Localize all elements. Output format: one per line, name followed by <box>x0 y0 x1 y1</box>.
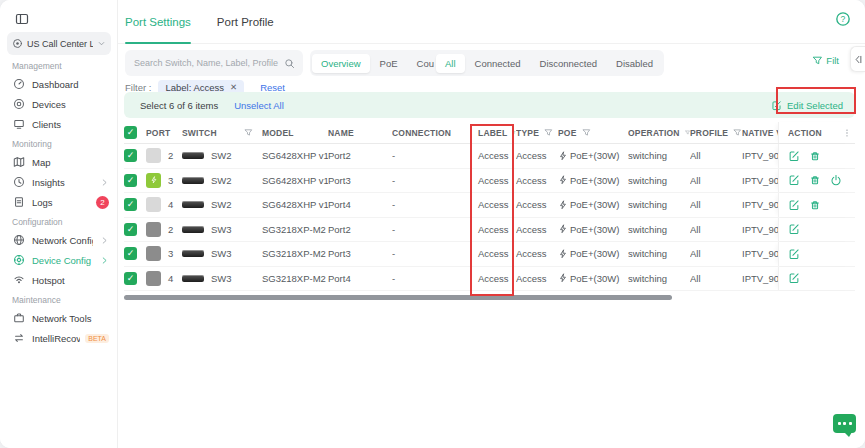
horizontal-scrollbar[interactable] <box>124 295 672 300</box>
search-input[interactable] <box>125 58 284 68</box>
segment-connected[interactable]: Connected <box>466 54 530 73</box>
poe-filter-icon[interactable] <box>582 128 591 137</box>
profile-filter-icon[interactable] <box>733 128 742 137</box>
row-checkbox[interactable] <box>124 247 137 260</box>
sidebar-item-hotspot[interactable]: Hotspot <box>0 270 117 290</box>
table-row: 2 SW2 SG6428XHP v1.0 Port2 - Access Acce… <box>124 144 855 169</box>
col-type: TYPE <box>516 128 558 138</box>
sidebar-section-label: Monitoring <box>0 136 117 152</box>
poe-bolt-icon <box>558 224 568 234</box>
unselect-all-link[interactable]: Unselect All <box>234 100 284 111</box>
tab-port-profile[interactable]: Port Profile <box>217 0 274 44</box>
col-action: ACTION <box>778 122 855 143</box>
edit-action-icon[interactable] <box>788 223 800 235</box>
select-all-checkbox[interactable] <box>124 126 137 139</box>
row-checkbox[interactable] <box>124 149 137 162</box>
poe-bolt-icon <box>558 200 568 210</box>
edit-action-icon[interactable] <box>788 199 800 211</box>
column-settings-icon[interactable] <box>842 128 852 138</box>
tab-port-settings[interactable]: Port Settings <box>125 0 191 44</box>
trash-action-icon[interactable] <box>809 150 821 162</box>
switch-device-icon <box>182 177 204 184</box>
table-row: 4 SW2 SG6428XHP v1.0 Port4 - Access Acce… <box>124 193 855 218</box>
devices-icon <box>13 98 25 110</box>
table-row: 3 SW3 SG3218XP-M2 v1.0 Port3 - Access Ac… <box>124 242 855 267</box>
sidebar-item-insights[interactable]: Insights <box>0 172 117 192</box>
help-icon[interactable]: ? <box>835 11 851 27</box>
segment-disconnected[interactable]: Disconnected <box>531 54 607 73</box>
port-status-square <box>146 197 161 212</box>
sidebar-item-device-config[interactable]: Device Config <box>0 250 117 270</box>
site-name: US Call Center La... <box>27 39 93 49</box>
edit-icon <box>771 100 782 111</box>
sidebar-collapse-icon[interactable] <box>15 12 29 26</box>
sidebar-item-map[interactable]: Map <box>0 152 117 172</box>
col-name: NAME <box>328 128 392 138</box>
poe-bolt-icon <box>558 175 568 185</box>
edit-action-icon[interactable] <box>788 248 800 260</box>
row-checkbox[interactable] <box>124 198 137 211</box>
sidebar-item-network-tools[interactable]: Network Tools <box>0 308 117 328</box>
sidebar-item-network-config[interactable]: Network Config <box>0 230 117 250</box>
switch-filter-icon[interactable] <box>244 128 253 137</box>
reset-filters-link[interactable]: Reset <box>260 82 285 93</box>
power-action-icon[interactable] <box>830 174 842 186</box>
edit-selected-button[interactable]: Edit Selected <box>771 100 843 111</box>
sidebar-item-dashboard[interactable]: Dashboard <box>0 74 117 94</box>
port-poe-bolt-icon <box>150 176 158 184</box>
segment-poe[interactable]: PoE <box>371 54 407 73</box>
panel-collapse-tab[interactable] <box>850 46 865 72</box>
hotspot-icon <box>13 274 25 286</box>
chat-feedback-icon[interactable] <box>833 414 856 433</box>
trash-action-icon[interactable] <box>809 199 821 211</box>
search-icon <box>284 58 295 69</box>
col-connection: CONNECTION <box>392 128 472 138</box>
row-actions <box>778 193 855 217</box>
notification-badge: 2 <box>96 196 109 209</box>
search-box <box>125 50 303 76</box>
segment-disabled[interactable]: Disabled <box>607 54 662 73</box>
row-checkbox[interactable] <box>124 174 137 187</box>
poe-bolt-icon <box>558 273 568 283</box>
network-tools-icon <box>13 312 25 324</box>
poe-bolt-icon <box>558 151 568 161</box>
chevron-right-icon <box>100 178 109 187</box>
poe-bolt-icon <box>558 249 568 259</box>
beta-badge: BETA <box>85 334 109 343</box>
sidebar-section-label: Management <box>0 58 117 74</box>
trash-action-icon[interactable] <box>809 174 821 186</box>
selection-count: Select 6 of 6 items <box>140 100 218 111</box>
row-checkbox[interactable] <box>124 272 137 285</box>
row-actions <box>778 169 855 193</box>
site-location-icon <box>12 38 23 49</box>
switch-device-icon <box>182 250 204 257</box>
chevron-down-icon <box>97 39 106 48</box>
sidebar-item-intellirecover[interactable]: IntelliRecover BETA <box>0 328 117 348</box>
filter-label: Filter : <box>125 82 151 93</box>
port-status-square <box>146 246 161 261</box>
switch-device-icon <box>182 152 204 159</box>
sidebar-item-logs[interactable]: Logs 2 <box>0 192 117 212</box>
col-switch: SWITCH <box>182 128 262 138</box>
row-checkbox[interactable] <box>124 223 137 236</box>
col-profile: PROFILE <box>690 128 742 138</box>
type-filter-icon[interactable] <box>544 128 553 137</box>
site-selector[interactable]: US Call Center La... <box>7 32 111 55</box>
device-config-icon <box>13 254 25 266</box>
switch-device-icon <box>182 201 204 208</box>
sidebar-item-devices[interactable]: Devices <box>0 94 117 114</box>
segment-all[interactable]: All <box>436 54 465 73</box>
segment-overview[interactable]: Overview <box>312 54 370 73</box>
network-config-icon <box>13 234 25 246</box>
col-operation: OPERATION <box>628 128 690 138</box>
svg-text:?: ? <box>841 14 846 24</box>
sidebar: US Call Center La... Management Dashboar… <box>0 0 118 448</box>
edit-action-icon[interactable] <box>788 272 800 284</box>
sidebar-item-clients[interactable]: Clients <box>0 114 117 134</box>
edit-action-icon[interactable] <box>788 150 800 162</box>
col-label: LABEL <box>472 128 516 138</box>
chip-close-icon[interactable]: ✕ <box>230 82 237 92</box>
edit-action-icon[interactable] <box>788 174 800 186</box>
filter-button[interactable]: Filt <box>812 55 839 66</box>
main-panel: Port Settings Port Profile ? Overview Po… <box>118 0 865 448</box>
